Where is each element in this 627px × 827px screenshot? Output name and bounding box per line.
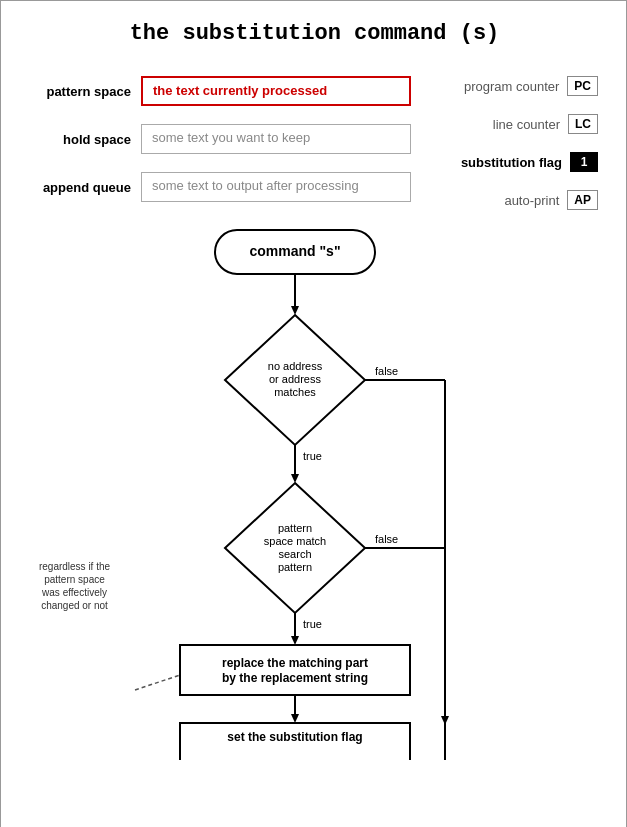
auto-print-row: auto-print AP [504,190,598,210]
hold-space-row: hold space some text you want to keep [31,124,411,154]
pattern-space-label: pattern space [31,84,131,99]
hold-space-value: some text you want to keep [141,124,411,154]
program-counter-label: program counter [464,79,559,94]
substitution-flag-label: substitution flag [461,155,562,170]
svg-marker-11 [291,636,299,645]
pattern-space-row: pattern space the text currently process… [31,76,411,106]
line-counter-row: line counter LC [493,114,598,134]
svg-rect-12 [180,645,410,695]
flowchart-svg: command "s" no address or address matche… [25,220,605,760]
right-registers: program counter PC line counter LC subst… [461,76,598,210]
append-queue-row: append queue some text to output after p… [31,172,411,202]
flowchart-note: regardless if the pattern space was effe… [35,560,115,612]
left-registers: pattern space the text currently process… [31,76,411,202]
svg-marker-15 [291,714,299,723]
svg-line-13 [135,675,180,690]
auto-print-label: auto-print [504,193,559,208]
program-counter-box: PC [567,76,598,96]
registers-area: pattern space the text currently process… [21,76,608,210]
action1-line1: replace the matching part [221,656,367,670]
decision2-true-label: true [303,618,322,630]
decision1-false-label: false [375,365,398,377]
decision2-line4: pattern [277,561,311,573]
decision2-line3: search [278,548,311,560]
decision1-line3: matches [274,386,316,398]
pattern-space-value: the text currently processed [141,76,411,106]
action1-line2: by the replacement string [221,671,367,685]
decision2-line2: space match [263,535,325,547]
auto-print-box: AP [567,190,598,210]
action2-line1: set the substitution flag [227,730,362,744]
decision1-line2: or address [269,373,321,385]
decision1-line1: no address [267,360,322,372]
flowchart-area: regardless if the pattern space was effe… [25,220,605,760]
decision2-false-label: false [375,533,398,545]
append-queue-value: some text to output after processing [141,172,411,202]
substitution-flag-row: substitution flag 1 [461,152,598,172]
page-title: the substitution command (s) [21,21,608,46]
decision2-line1: pattern [277,522,311,534]
page: the substitution command (s) pattern spa… [1,1,627,827]
substitution-flag-value: 1 [570,152,598,172]
line-counter-box: LC [568,114,598,134]
append-queue-label: append queue [31,180,131,195]
decision1-true-label: true [303,450,322,462]
program-counter-row: program counter PC [464,76,598,96]
command-label: command "s" [249,243,340,259]
hold-space-label: hold space [31,132,131,147]
line-counter-label: line counter [493,117,560,132]
